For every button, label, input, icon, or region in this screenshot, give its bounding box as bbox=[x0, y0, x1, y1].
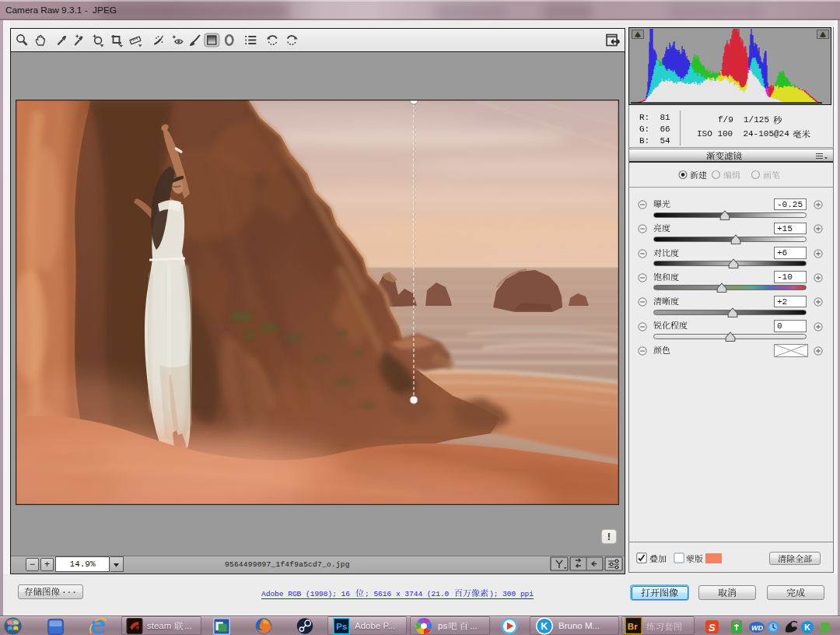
svg-text:K: K bbox=[804, 623, 810, 632]
svg-text:Br: Br bbox=[628, 622, 638, 631]
svg-text:K: K bbox=[541, 621, 548, 632]
svg-text:WD: WD bbox=[751, 624, 763, 632]
svg-text:S: S bbox=[709, 622, 716, 633]
svg-text:Ps: Ps bbox=[336, 622, 347, 631]
